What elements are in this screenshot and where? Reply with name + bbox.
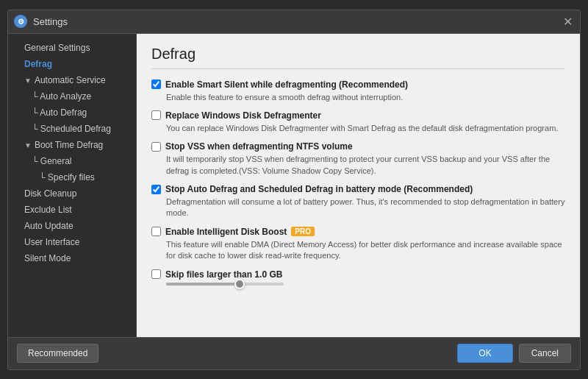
sidebar-item-defrag[interactable]: Defrag — [8, 56, 136, 72]
option-header-stop-auto-defrag-battery: Stop Auto Defrag and Scheduled Defrag in… — [151, 184, 565, 194]
sidebar-item-boot-time-defrag[interactable]: ▼ Boot Time Defrag — [8, 137, 136, 153]
sidebar: General SettingsDefrag▼ Automatic Servic… — [8, 34, 137, 337]
option-label-replace-windows-defrag: Replace Windows Disk Defragmenter — [165, 110, 321, 121]
footer: Recommended OK Cancel — [8, 337, 580, 369]
sidebar-item-auto-update[interactable]: Auto Update — [8, 218, 136, 234]
option-label-stop-auto-defrag-battery: Stop Auto Defrag and Scheduled Defrag in… — [165, 184, 473, 194]
settings-window: ⚙ Settings ✕ General SettingsDefrag▼ Aut… — [7, 10, 581, 370]
sidebar-item-automatic-service[interactable]: ▼ Automatic Service — [8, 72, 136, 88]
indent-marker: └ — [32, 156, 40, 166]
option-desc-stop-auto-defrag-battery: Defragmentation will consume a lot of ba… — [166, 196, 565, 219]
slider-fill-skip-files-larger — [166, 283, 237, 286]
slider-row-skip-files-larger — [166, 283, 565, 286]
sidebar-item-general[interactable]: └ General — [8, 153, 136, 169]
titlebar: ⚙ Settings ✕ — [8, 10, 580, 34]
checkbox-enable-intelligent-disk-boost[interactable] — [151, 227, 161, 236]
option-row-skip-files-larger: Skip files larger than 1.0 GB — [151, 269, 565, 286]
option-desc-stop-vss: It will temporarily stop VSS when defrag… — [166, 154, 565, 177]
option-header-replace-windows-defrag: Replace Windows Disk Defragmenter — [151, 110, 565, 121]
content-area: General SettingsDefrag▼ Automatic Servic… — [8, 34, 580, 337]
option-label-enable-intelligent-disk-boost: Enable Intelligent Disk Boost — [165, 227, 287, 237]
sidebar-item-silent-mode[interactable]: Silent Mode — [8, 250, 136, 266]
option-label-skip-files-larger: Skip files larger than 1.0 GB — [165, 269, 282, 280]
option-header-enable-smart-silent: Enable Smart Silent while defragmenting … — [151, 79, 565, 90]
option-header-stop-vss: Stop VSS when defragmenting NTFS volume — [151, 141, 565, 152]
option-row-stop-vss: Stop VSS when defragmenting NTFS volumeI… — [151, 141, 565, 177]
option-header-enable-intelligent-disk-boost: Enable Intelligent Disk BoostPRO — [151, 227, 565, 237]
close-button[interactable]: ✕ — [561, 15, 574, 28]
checkbox-skip-files-larger[interactable] — [151, 269, 161, 279]
option-row-enable-smart-silent: Enable Smart Silent while defragmenting … — [151, 79, 565, 103]
sidebar-item-disk-cleanup[interactable]: Disk Cleanup — [8, 185, 136, 202]
slider-track-skip-files-larger[interactable] — [166, 283, 284, 286]
option-row-enable-intelligent-disk-boost: Enable Intelligent Disk BoostPROThis fea… — [151, 227, 565, 262]
window-title: Settings — [33, 16, 561, 27]
recommended-button[interactable]: Recommended — [17, 344, 98, 363]
indent-marker: └ — [39, 172, 48, 183]
option-desc-enable-intelligent-disk-boost: This feature will enable DMA (Direct Mem… — [166, 239, 565, 262]
page-title: Defrag — [151, 46, 565, 69]
indent-marker: └ — [32, 124, 40, 134]
main-panel: Defrag Enable Smart Silent while defragm… — [137, 34, 580, 337]
ok-button[interactable]: OK — [457, 344, 512, 363]
checkbox-replace-windows-defrag[interactable] — [151, 110, 161, 120]
checkbox-stop-vss[interactable] — [151, 142, 161, 152]
option-label-stop-vss: Stop VSS when defragmenting NTFS volume — [165, 141, 353, 152]
sidebar-item-exclude-list[interactable]: Exclude List — [8, 202, 136, 218]
expand-arrow: ▼ — [24, 141, 32, 149]
option-label-enable-smart-silent: Enable Smart Silent while defragmenting … — [165, 79, 408, 90]
sidebar-item-auto-analyze[interactable]: └ Auto Analyze — [8, 88, 136, 105]
checkbox-enable-smart-silent[interactable] — [151, 79, 161, 89]
sidebar-item-user-interface[interactable]: User Interface — [8, 234, 136, 250]
option-desc-enable-smart-silent: Enable this feature to ensure a smooth d… — [166, 92, 565, 103]
option-header-skip-files-larger: Skip files larger than 1.0 GB — [151, 269, 565, 280]
slider-thumb-skip-files-larger[interactable] — [234, 279, 245, 289]
expand-arrow: ▼ — [24, 77, 32, 85]
indent-marker: └ — [32, 107, 40, 118]
app-icon-glyph: ⚙ — [18, 18, 24, 26]
sidebar-item-general-settings[interactable]: General Settings — [8, 40, 136, 56]
indent-marker: └ — [32, 91, 40, 102]
option-row-replace-windows-defrag: Replace Windows Disk DefragmenterYou can… — [151, 110, 565, 134]
sidebar-item-scheduled-defrag[interactable]: └ Scheduled Defrag — [8, 121, 136, 137]
app-icon: ⚙ — [14, 15, 27, 28]
cancel-button[interactable]: Cancel — [519, 344, 571, 363]
pro-badge-enable-intelligent-disk-boost: PRO — [291, 227, 315, 236]
option-desc-replace-windows-defrag: You can replace Windows Disk Defragmente… — [166, 123, 565, 134]
sidebar-item-specify-files[interactable]: └ Specify files — [8, 169, 136, 185]
sidebar-item-auto-defrag[interactable]: └ Auto Defrag — [8, 105, 136, 121]
checkbox-stop-auto-defrag-battery[interactable] — [151, 185, 161, 194]
option-row-stop-auto-defrag-battery: Stop Auto Defrag and Scheduled Defrag in… — [151, 184, 565, 219]
